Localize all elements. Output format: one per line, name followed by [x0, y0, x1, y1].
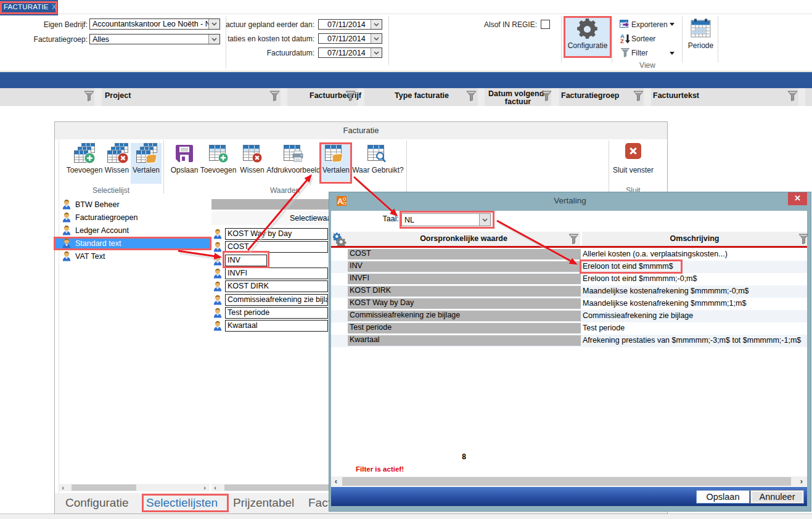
svg-text:Z: Z	[620, 38, 624, 44]
svg-text:A: A	[337, 197, 343, 206]
